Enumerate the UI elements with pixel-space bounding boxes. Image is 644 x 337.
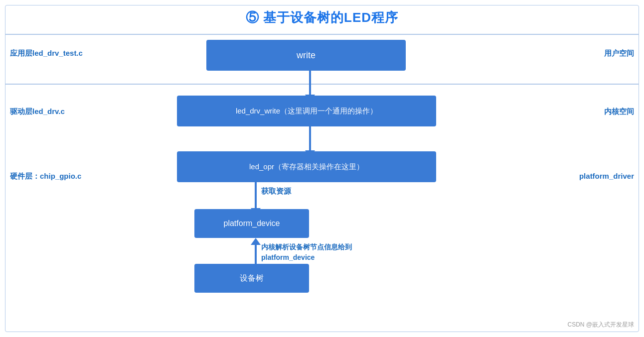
write-box: write (206, 40, 406, 71)
h-divider-top (5, 34, 639, 35)
h-divider-1 (5, 84, 639, 85)
user-space-label: 用户空间 (604, 49, 634, 58)
led-drv-write-box: led_drv_write（这里调用一个通用的操作） (177, 96, 436, 126)
hardware-layer-label: 硬件层：chip_gpio.c (10, 172, 81, 181)
arrow-dtree-to-pdev (251, 238, 261, 268)
get-resource-annotation: 获取资源 (261, 187, 291, 196)
led-opr-box: led_opr（寄存器相关操作在这里） (177, 151, 436, 182)
device-tree-box: 设备树 (194, 264, 309, 293)
parse-device-tree-annotation: 内核解析设备树节点信息给到 platform_device (261, 242, 352, 263)
platform-device-box: platform_device (194, 209, 309, 238)
platform-driver-label: platform_driver (579, 172, 634, 180)
watermark: CSDN @嵌入式开发星球 (567, 321, 634, 329)
page-title: ⑤ 基于设备树的LED程序 (0, 0, 644, 31)
driver-layer-label: 驱动层led_drv.c (10, 107, 65, 116)
app-layer-label: 应用层led_drv_test.c (10, 49, 83, 58)
kernel-space-label: 内核空间 (604, 107, 634, 116)
